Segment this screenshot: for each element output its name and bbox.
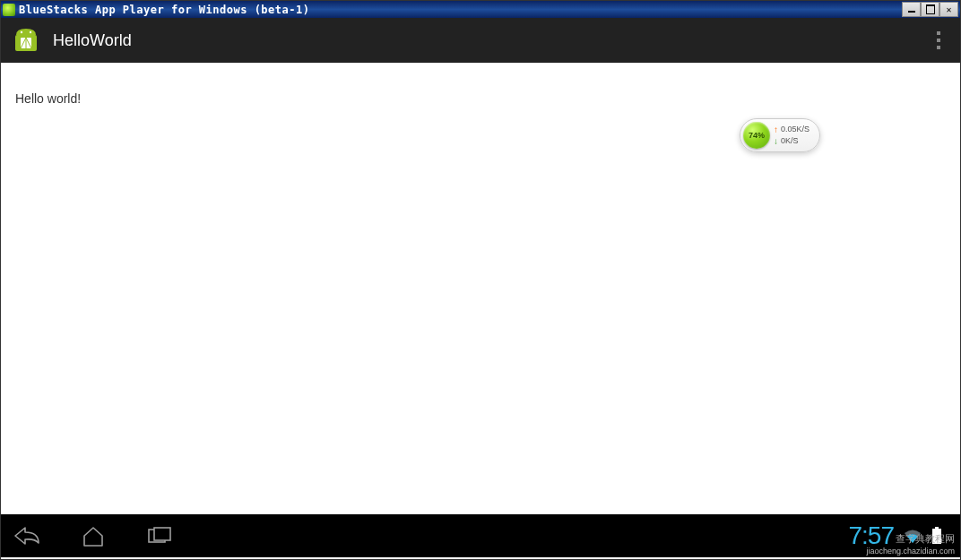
- action-bar-left: HelloWorld: [12, 26, 132, 55]
- app-title: HelloWorld: [53, 31, 132, 50]
- window-titlebar[interactable]: BlueStacks App Player for Windows (beta-…: [1, 1, 960, 18]
- back-button[interactable]: [8, 517, 46, 555]
- close-button[interactable]: [939, 2, 958, 17]
- clock-time: 7:57: [849, 521, 895, 550]
- bluestacks-icon: [3, 4, 15, 16]
- cpu-percent-circle: 74%: [743, 122, 770, 149]
- wifi-icon: [903, 528, 922, 544]
- svg-point-2: [30, 31, 31, 33]
- overflow-menu-icon[interactable]: [928, 26, 949, 55]
- home-button[interactable]: [74, 517, 112, 555]
- minimize-button[interactable]: [902, 2, 921, 17]
- upload-speed-row: ↑ 0.05K/S: [774, 124, 809, 135]
- download-speed-row: ↓ 0K/S: [774, 135, 809, 147]
- window-controls: [902, 2, 958, 17]
- svg-point-1: [21, 31, 22, 33]
- arrow-up-icon: ↑: [774, 124, 778, 135]
- action-bar: HelloWorld: [1, 18, 960, 63]
- upload-speed: 0.05K/S: [781, 124, 809, 135]
- net-speeds: ↑ 0.05K/S ↓ 0K/S: [774, 124, 809, 147]
- status-area[interactable]: 7:57: [849, 521, 943, 550]
- download-speed: 0K/S: [781, 135, 799, 147]
- window-title: BlueStacks App Player for Windows (beta-…: [19, 4, 309, 16]
- arrow-down-icon: ↓: [774, 135, 778, 147]
- maximize-button[interactable]: [921, 2, 939, 17]
- titlebar-left: BlueStacks App Player for Windows (beta-…: [3, 4, 309, 16]
- battery-icon: [931, 527, 942, 545]
- svg-rect-6: [935, 527, 939, 529]
- greeting-text: Hello world!: [15, 91, 946, 106]
- svg-rect-7: [932, 529, 941, 544]
- navigation-bar: 7:57: [1, 514, 960, 557]
- network-monitor-widget[interactable]: 74% ↑ 0.05K/S ↓ 0K/S: [740, 118, 820, 152]
- svg-rect-5: [154, 528, 170, 540]
- recents-button[interactable]: [141, 517, 178, 555]
- content-area: Hello world! 74% ↑ 0.05K/S ↓ 0K/S: [1, 63, 960, 514]
- android-app-icon[interactable]: [12, 26, 40, 55]
- nav-buttons: [8, 517, 178, 555]
